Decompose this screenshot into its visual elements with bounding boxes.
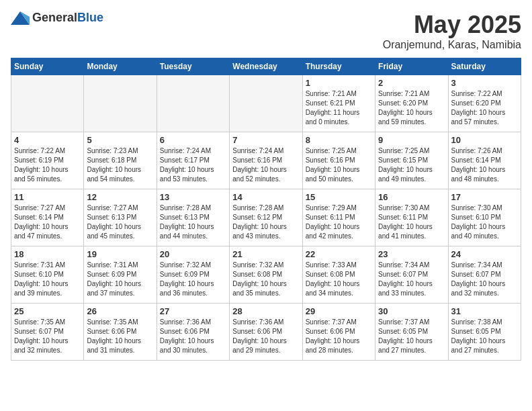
day-number: 29 xyxy=(306,306,372,316)
logo-icon xyxy=(11,11,30,25)
day-info: Sunrise: 7:33 AMSunset: 6:08 PMDaylight:… xyxy=(306,261,372,298)
calendar-cell: 22Sunrise: 7:33 AMSunset: 6:08 PMDayligh… xyxy=(302,246,375,304)
day-info: Sunrise: 7:36 AMSunset: 6:06 PMDaylight:… xyxy=(160,318,226,355)
day-info: Sunrise: 7:22 AMSunset: 6:20 PMDaylight:… xyxy=(451,89,518,127)
weekday-header: Wednesday xyxy=(230,58,302,75)
calendar-cell: 24Sunrise: 7:34 AMSunset: 6:07 PMDayligh… xyxy=(448,246,521,304)
calendar-cell: 18Sunrise: 7:31 AMSunset: 6:10 PMDayligh… xyxy=(11,246,84,304)
calendar-cell: 19Sunrise: 7:31 AMSunset: 6:09 PMDayligh… xyxy=(84,246,157,304)
day-number: 7 xyxy=(232,135,299,145)
month-title: May 2025 xyxy=(383,11,521,39)
calendar-cell: 29Sunrise: 7:37 AMSunset: 6:06 PMDayligh… xyxy=(302,304,375,361)
logo-blue: Blue xyxy=(77,11,103,24)
calendar-cell: 16Sunrise: 7:30 AMSunset: 6:11 PMDayligh… xyxy=(375,189,448,246)
day-info: Sunrise: 7:29 AMSunset: 6:11 PMDaylight:… xyxy=(306,203,372,241)
day-info: Sunrise: 7:27 AMSunset: 6:13 PMDaylight:… xyxy=(87,203,153,241)
day-info: Sunrise: 7:24 AMSunset: 6:17 PMDaylight:… xyxy=(160,146,226,184)
day-number: 19 xyxy=(87,249,153,259)
day-info: Sunrise: 7:32 AMSunset: 6:09 PMDaylight:… xyxy=(160,261,226,298)
location: Oranjemund, Karas, Namibia xyxy=(383,39,521,51)
day-info: Sunrise: 7:25 AMSunset: 6:15 PMDaylight:… xyxy=(378,146,445,184)
calendar-cell: 20Sunrise: 7:32 AMSunset: 6:09 PMDayligh… xyxy=(157,246,229,304)
calendar-cell: 26Sunrise: 7:35 AMSunset: 6:06 PMDayligh… xyxy=(84,304,157,361)
day-number: 25 xyxy=(14,306,81,316)
calendar-cell xyxy=(84,75,157,132)
day-number: 31 xyxy=(451,306,518,316)
day-info: Sunrise: 7:23 AMSunset: 6:18 PMDaylight:… xyxy=(87,146,153,184)
calendar-table: SundayMondayTuesdayWednesdayThursdayFrid… xyxy=(11,58,521,361)
day-info: Sunrise: 7:30 AMSunset: 6:11 PMDaylight:… xyxy=(378,203,445,241)
day-info: Sunrise: 7:25 AMSunset: 6:16 PMDaylight:… xyxy=(306,146,372,184)
calendar-cell: 2Sunrise: 7:21 AMSunset: 6:20 PMDaylight… xyxy=(375,75,448,132)
day-number: 15 xyxy=(306,192,372,202)
calendar-cell: 17Sunrise: 7:30 AMSunset: 6:10 PMDayligh… xyxy=(448,189,521,246)
day-info: Sunrise: 7:21 AMSunset: 6:20 PMDaylight:… xyxy=(378,89,445,127)
calendar-cell: 9Sunrise: 7:25 AMSunset: 6:15 PMDaylight… xyxy=(375,132,448,189)
day-info: Sunrise: 7:30 AMSunset: 6:10 PMDaylight:… xyxy=(451,203,518,241)
day-number: 22 xyxy=(306,249,372,259)
day-number: 1 xyxy=(306,78,372,88)
weekday-header-row: SundayMondayTuesdayWednesdayThursdayFrid… xyxy=(11,58,521,75)
day-number: 24 xyxy=(451,249,518,259)
day-info: Sunrise: 7:37 AMSunset: 6:06 PMDaylight:… xyxy=(306,318,372,355)
page-header: GeneralBlue May 2025 Oranjemund, Karas, … xyxy=(11,11,521,51)
day-info: Sunrise: 7:24 AMSunset: 6:16 PMDaylight:… xyxy=(232,146,299,184)
calendar-cell: 1Sunrise: 7:21 AMSunset: 6:21 PMDaylight… xyxy=(302,75,375,132)
calendar-cell xyxy=(11,75,84,132)
day-number: 26 xyxy=(87,306,153,316)
day-number: 27 xyxy=(160,306,226,316)
day-info: Sunrise: 7:21 AMSunset: 6:21 PMDaylight:… xyxy=(306,89,372,127)
calendar-cell: 21Sunrise: 7:32 AMSunset: 6:08 PMDayligh… xyxy=(230,246,302,304)
day-number: 4 xyxy=(14,135,81,145)
day-info: Sunrise: 7:37 AMSunset: 6:05 PMDaylight:… xyxy=(378,318,445,355)
day-number: 20 xyxy=(160,249,226,259)
day-number: 14 xyxy=(232,192,299,202)
weekday-header: Friday xyxy=(375,58,448,75)
calendar-week-row: 18Sunrise: 7:31 AMSunset: 6:10 PMDayligh… xyxy=(11,246,521,304)
day-info: Sunrise: 7:22 AMSunset: 6:19 PMDaylight:… xyxy=(14,146,81,184)
day-info: Sunrise: 7:28 AMSunset: 6:13 PMDaylight:… xyxy=(160,203,226,241)
day-number: 9 xyxy=(378,135,445,145)
day-number: 18 xyxy=(14,249,81,259)
day-number: 13 xyxy=(160,192,226,202)
weekday-header: Monday xyxy=(84,58,157,75)
calendar-cell: 15Sunrise: 7:29 AMSunset: 6:11 PMDayligh… xyxy=(302,189,375,246)
calendar-cell: 25Sunrise: 7:35 AMSunset: 6:07 PMDayligh… xyxy=(11,304,84,361)
day-info: Sunrise: 7:36 AMSunset: 6:06 PMDaylight:… xyxy=(232,318,299,355)
day-number: 17 xyxy=(451,192,518,202)
day-number: 12 xyxy=(87,192,153,202)
calendar-cell: 5Sunrise: 7:23 AMSunset: 6:18 PMDaylight… xyxy=(84,132,157,189)
calendar-cell: 11Sunrise: 7:27 AMSunset: 6:14 PMDayligh… xyxy=(11,189,84,246)
calendar-cell: 3Sunrise: 7:22 AMSunset: 6:20 PMDaylight… xyxy=(448,75,521,132)
weekday-header: Saturday xyxy=(448,58,521,75)
calendar-cell xyxy=(157,75,229,132)
calendar-cell: 23Sunrise: 7:34 AMSunset: 6:07 PMDayligh… xyxy=(375,246,448,304)
day-info: Sunrise: 7:31 AMSunset: 6:10 PMDaylight:… xyxy=(14,261,81,298)
weekday-header: Tuesday xyxy=(157,58,229,75)
day-number: 6 xyxy=(160,135,226,145)
calendar-week-row: 1Sunrise: 7:21 AMSunset: 6:21 PMDaylight… xyxy=(11,75,521,132)
day-info: Sunrise: 7:34 AMSunset: 6:07 PMDaylight:… xyxy=(378,261,445,298)
day-number: 2 xyxy=(378,78,445,88)
day-info: Sunrise: 7:38 AMSunset: 6:05 PMDaylight:… xyxy=(451,318,518,355)
day-number: 21 xyxy=(232,249,299,259)
day-number: 30 xyxy=(378,306,445,316)
calendar-cell: 4Sunrise: 7:22 AMSunset: 6:19 PMDaylight… xyxy=(11,132,84,189)
calendar-cell: 13Sunrise: 7:28 AMSunset: 6:13 PMDayligh… xyxy=(157,189,229,246)
logo-general: General xyxy=(32,11,77,24)
day-info: Sunrise: 7:31 AMSunset: 6:09 PMDaylight:… xyxy=(87,261,153,298)
day-info: Sunrise: 7:28 AMSunset: 6:12 PMDaylight:… xyxy=(232,203,299,241)
day-info: Sunrise: 7:35 AMSunset: 6:06 PMDaylight:… xyxy=(87,318,153,355)
title-block: May 2025 Oranjemund, Karas, Namibia xyxy=(383,11,521,51)
day-number: 16 xyxy=(378,192,445,202)
calendar-cell: 31Sunrise: 7:38 AMSunset: 6:05 PMDayligh… xyxy=(448,304,521,361)
day-number: 23 xyxy=(378,249,445,259)
logo-text: GeneralBlue xyxy=(32,11,103,25)
weekday-header: Sunday xyxy=(11,58,84,75)
calendar-cell: 12Sunrise: 7:27 AMSunset: 6:13 PMDayligh… xyxy=(84,189,157,246)
calendar-cell: 6Sunrise: 7:24 AMSunset: 6:17 PMDaylight… xyxy=(157,132,229,189)
day-number: 8 xyxy=(306,135,372,145)
day-info: Sunrise: 7:32 AMSunset: 6:08 PMDaylight:… xyxy=(232,261,299,298)
calendar-cell: 8Sunrise: 7:25 AMSunset: 6:16 PMDaylight… xyxy=(302,132,375,189)
calendar-cell xyxy=(230,75,302,132)
